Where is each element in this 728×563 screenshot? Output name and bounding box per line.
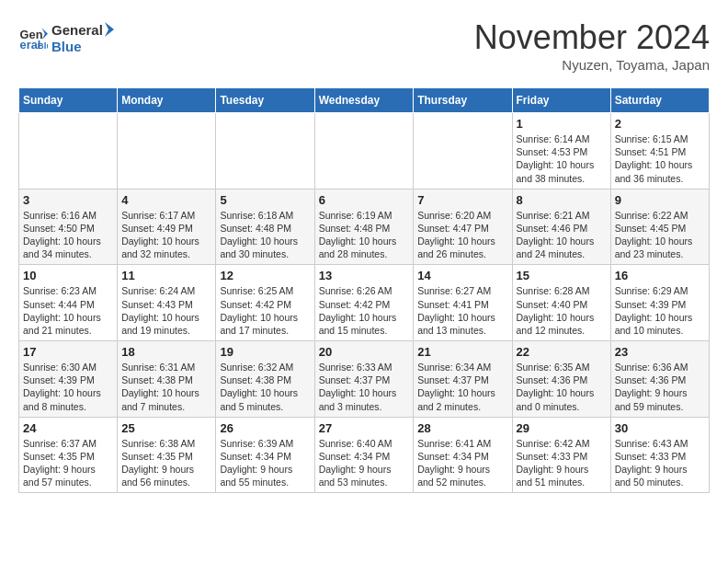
day-info: Sunrise: 6:38 AM Sunset: 4:35 PM Dayligh… (121, 437, 211, 489)
day-number: 18 (121, 345, 211, 359)
day-info: Sunrise: 6:25 AM Sunset: 4:42 PM Dayligh… (220, 284, 310, 337)
logo-icon: Gen eral Blue (18, 22, 48, 52)
day-info: Sunrise: 6:29 AM Sunset: 4:39 PM Dayligh… (615, 284, 705, 337)
day-info: Sunrise: 6:19 AM Sunset: 4:48 PM Dayligh… (319, 209, 410, 261)
calendar-week-row: 24Sunrise: 6:37 AM Sunset: 4:35 PM Dayli… (19, 417, 710, 493)
day-info: Sunrise: 6:15 AM Sunset: 4:51 PM Dayligh… (615, 132, 705, 185)
weekday-header-cell: Tuesday (216, 88, 314, 113)
day-number: 14 (417, 269, 507, 282)
day-number: 21 (417, 345, 507, 359)
day-info: Sunrise: 6:32 AM Sunset: 4:38 PM Dayligh… (220, 361, 310, 413)
day-number: 30 (615, 421, 705, 435)
calendar-cell: 6Sunrise: 6:19 AM Sunset: 4:48 PM Daylig… (314, 189, 414, 265)
weekday-header: SundayMondayTuesdayWednesdayThursdayFrid… (19, 88, 710, 113)
day-info: Sunrise: 6:27 AM Sunset: 4:41 PM Dayligh… (417, 284, 507, 337)
calendar-cell: 1Sunrise: 6:14 AM Sunset: 4:53 PM Daylig… (512, 113, 610, 190)
day-number: 15 (517, 269, 607, 282)
day-number: 25 (121, 421, 211, 435)
day-number: 8 (517, 193, 607, 207)
calendar-body: 1Sunrise: 6:14 AM Sunset: 4:53 PM Daylig… (19, 113, 710, 493)
day-info: Sunrise: 6:35 AM Sunset: 4:36 PM Dayligh… (517, 361, 607, 413)
day-number: 10 (23, 269, 113, 282)
calendar-week-row: 10Sunrise: 6:23 AM Sunset: 4:44 PM Dayli… (19, 265, 710, 341)
day-number: 4 (121, 193, 211, 207)
calendar-cell (19, 113, 118, 190)
calendar-cell: 22Sunrise: 6:35 AM Sunset: 4:36 PM Dayli… (512, 341, 610, 418)
day-number: 24 (23, 421, 113, 435)
calendar-cell: 14Sunrise: 6:27 AM Sunset: 4:41 PM Dayli… (414, 265, 512, 341)
month-title: November 2024 (474, 18, 710, 57)
day-info: Sunrise: 6:18 AM Sunset: 4:48 PM Dayligh… (220, 209, 310, 261)
day-info: Sunrise: 6:16 AM Sunset: 4:50 PM Dayligh… (23, 209, 113, 261)
day-info: Sunrise: 6:20 AM Sunset: 4:47 PM Dayligh… (417, 209, 507, 261)
day-number: 29 (517, 421, 607, 435)
day-info: Sunrise: 6:14 AM Sunset: 4:53 PM Dayligh… (517, 132, 607, 185)
calendar-cell: 17Sunrise: 6:30 AM Sunset: 4:39 PM Dayli… (19, 341, 118, 418)
day-info: Sunrise: 6:22 AM Sunset: 4:45 PM Dayligh… (615, 209, 705, 261)
svg-text:General: General (51, 22, 103, 38)
calendar-cell: 16Sunrise: 6:29 AM Sunset: 4:39 PM Dayli… (610, 265, 709, 341)
calendar-cell (216, 113, 314, 190)
title-block: November 2024 Nyuzen, Toyama, Japan (474, 18, 710, 73)
day-info: Sunrise: 6:34 AM Sunset: 4:37 PM Dayligh… (417, 361, 507, 413)
day-number: 19 (220, 345, 310, 359)
svg-marker-5 (105, 22, 114, 37)
day-info: Sunrise: 6:24 AM Sunset: 4:43 PM Dayligh… (121, 284, 211, 337)
day-number: 22 (517, 345, 607, 359)
calendar-cell: 11Sunrise: 6:24 AM Sunset: 4:43 PM Dayli… (118, 265, 216, 341)
day-number: 2 (615, 117, 705, 131)
calendar-cell (118, 113, 216, 190)
weekday-header-cell: Sunday (19, 88, 118, 113)
weekday-header-cell: Wednesday (314, 88, 414, 113)
day-number: 12 (220, 269, 310, 282)
day-info: Sunrise: 6:26 AM Sunset: 4:42 PM Dayligh… (319, 284, 410, 337)
calendar-cell: 4Sunrise: 6:17 AM Sunset: 4:49 PM Daylig… (118, 189, 216, 265)
calendar-table: SundayMondayTuesdayWednesdayThursdayFrid… (18, 87, 710, 493)
calendar-cell: 29Sunrise: 6:42 AM Sunset: 4:33 PM Dayli… (512, 417, 610, 493)
calendar-cell: 25Sunrise: 6:38 AM Sunset: 4:35 PM Dayli… (118, 417, 216, 493)
day-number: 27 (319, 421, 410, 435)
day-number: 26 (220, 421, 310, 435)
calendar-week-row: 1Sunrise: 6:14 AM Sunset: 4:53 PM Daylig… (19, 113, 710, 190)
svg-text:Blue: Blue (51, 39, 82, 54)
calendar-cell: 24Sunrise: 6:37 AM Sunset: 4:35 PM Dayli… (19, 417, 118, 493)
calendar-cell: 18Sunrise: 6:31 AM Sunset: 4:38 PM Dayli… (118, 341, 216, 418)
calendar-cell: 13Sunrise: 6:26 AM Sunset: 4:42 PM Dayli… (314, 265, 414, 341)
day-number: 20 (319, 345, 410, 359)
logo: Gen eral Blue General Blue (18, 18, 116, 55)
day-number: 6 (319, 193, 410, 207)
day-number: 11 (121, 269, 211, 282)
day-info: Sunrise: 6:31 AM Sunset: 4:38 PM Dayligh… (121, 361, 211, 413)
calendar-cell: 15Sunrise: 6:28 AM Sunset: 4:40 PM Dayli… (512, 265, 610, 341)
day-number: 3 (23, 193, 113, 207)
day-number: 1 (517, 117, 607, 131)
day-info: Sunrise: 6:37 AM Sunset: 4:35 PM Dayligh… (23, 437, 113, 489)
svg-text:Blue: Blue (38, 40, 48, 51)
calendar-cell: 27Sunrise: 6:40 AM Sunset: 4:34 PM Dayli… (314, 417, 414, 493)
weekday-header-cell: Monday (118, 88, 216, 113)
day-number: 28 (417, 421, 507, 435)
day-info: Sunrise: 6:28 AM Sunset: 4:40 PM Dayligh… (517, 284, 607, 337)
calendar-cell: 23Sunrise: 6:36 AM Sunset: 4:36 PM Dayli… (610, 341, 709, 418)
calendar-cell: 10Sunrise: 6:23 AM Sunset: 4:44 PM Dayli… (19, 265, 118, 341)
weekday-header-cell: Saturday (610, 88, 709, 113)
location: Nyuzen, Toyama, Japan (474, 57, 710, 73)
day-number: 7 (417, 193, 507, 207)
logo-svg: General Blue (51, 18, 116, 55)
calendar-week-row: 17Sunrise: 6:30 AM Sunset: 4:39 PM Dayli… (19, 341, 710, 418)
calendar-cell: 7Sunrise: 6:20 AM Sunset: 4:47 PM Daylig… (414, 189, 512, 265)
weekday-header-cell: Thursday (414, 88, 512, 113)
calendar-cell: 3Sunrise: 6:16 AM Sunset: 4:50 PM Daylig… (19, 189, 118, 265)
calendar-cell: 2Sunrise: 6:15 AM Sunset: 4:51 PM Daylig… (610, 113, 709, 190)
day-info: Sunrise: 6:17 AM Sunset: 4:49 PM Dayligh… (121, 209, 211, 261)
day-info: Sunrise: 6:40 AM Sunset: 4:34 PM Dayligh… (319, 437, 410, 489)
day-info: Sunrise: 6:36 AM Sunset: 4:36 PM Dayligh… (615, 361, 705, 413)
day-info: Sunrise: 6:39 AM Sunset: 4:34 PM Dayligh… (220, 437, 310, 489)
page-header: Gen eral Blue General Blue November 2024… (18, 18, 710, 73)
day-number: 17 (23, 345, 113, 359)
calendar-cell (414, 113, 512, 190)
calendar-cell: 26Sunrise: 6:39 AM Sunset: 4:34 PM Dayli… (216, 417, 314, 493)
day-number: 5 (220, 193, 310, 207)
calendar-cell: 28Sunrise: 6:41 AM Sunset: 4:34 PM Dayli… (414, 417, 512, 493)
day-info: Sunrise: 6:41 AM Sunset: 4:34 PM Dayligh… (417, 437, 507, 489)
